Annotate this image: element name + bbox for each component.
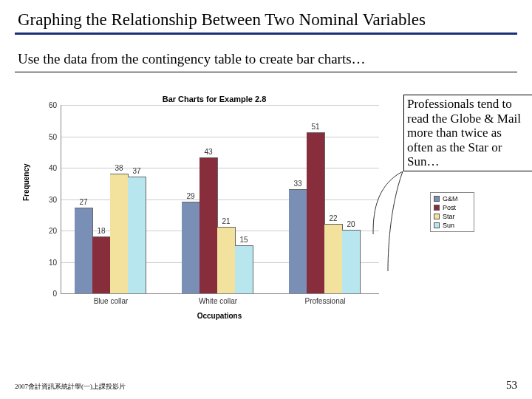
bar-value-label: 38 <box>110 164 128 172</box>
category-label: Professional <box>281 297 369 305</box>
y-axis-label: Frequency <box>22 163 30 201</box>
bar-value-label: 43 <box>200 148 217 156</box>
legend-item: Sun <box>434 221 471 230</box>
gridline <box>61 137 379 137</box>
gridline <box>61 200 379 200</box>
page-subtitle: Use the data from the contingency table … <box>15 51 517 72</box>
chart-legend: G&MPostStarSun <box>430 192 474 232</box>
bar-value-label: 27 <box>75 198 92 206</box>
plot-wrapper: Frequency 010203040506027183837294321153… <box>30 105 392 312</box>
bar: 51 <box>307 132 325 293</box>
legend-swatch <box>434 222 440 228</box>
y-tick-label: 50 <box>49 132 61 140</box>
y-tick-label: 60 <box>49 101 61 109</box>
bar: 43 <box>200 157 218 293</box>
legend-swatch <box>434 196 440 202</box>
bar: 21 <box>217 227 236 293</box>
bar-value-label: 29 <box>182 192 200 200</box>
bar-value-label: 51 <box>307 123 324 131</box>
bar: 18 <box>92 236 111 294</box>
bar-value-label: 21 <box>217 217 235 225</box>
legend-item: Star <box>434 212 471 221</box>
chart-title: Bar Charts for Example 2.8 <box>44 95 384 103</box>
bar-value-label: 18 <box>92 227 110 235</box>
bar: 15 <box>235 245 253 293</box>
legend-swatch <box>434 214 440 219</box>
y-tick-label: 0 <box>52 290 61 298</box>
legend-item: Post <box>434 203 471 212</box>
bar-value-label: 20 <box>342 220 360 228</box>
legend-label: Star <box>443 212 455 221</box>
legend-label: Sun <box>443 221 454 230</box>
bar-value-label: 37 <box>128 167 146 175</box>
category-label: White collar <box>174 297 262 305</box>
x-axis-label: Occupations <box>61 312 378 320</box>
gridline <box>61 168 379 168</box>
footer-text: 2007會計資訊系統計學(一)上課投影片 <box>15 382 126 392</box>
y-tick-label: 30 <box>49 195 61 203</box>
bar: 33 <box>289 189 307 293</box>
legend-label: G&M <box>443 194 458 203</box>
bar: 38 <box>110 174 129 294</box>
annotation-note: Professionals tend to read the Globe & M… <box>403 95 532 171</box>
bar: 22 <box>324 224 343 294</box>
bar: 27 <box>75 208 93 293</box>
bar: 20 <box>342 230 361 293</box>
bar-value-label: 33 <box>289 180 307 188</box>
bar: 29 <box>182 202 200 293</box>
gridline <box>61 105 379 106</box>
plot-area: 0102030405060271838372943211533512220 <box>61 105 379 294</box>
category-label: Blue collar <box>66 297 155 305</box>
y-tick-label: 20 <box>49 227 61 235</box>
legend-swatch <box>434 205 440 211</box>
bar-value-label: 15 <box>235 236 253 244</box>
bar-value-label: 22 <box>324 214 342 222</box>
page-title: Graphing the Relationship Between Two No… <box>15 10 517 35</box>
bar: 37 <box>128 177 146 293</box>
y-tick-label: 10 <box>49 258 61 266</box>
y-tick-label: 40 <box>49 164 61 172</box>
page-number: 53 <box>506 379 517 392</box>
legend-label: Post <box>443 203 456 212</box>
legend-item: G&M <box>434 194 471 203</box>
